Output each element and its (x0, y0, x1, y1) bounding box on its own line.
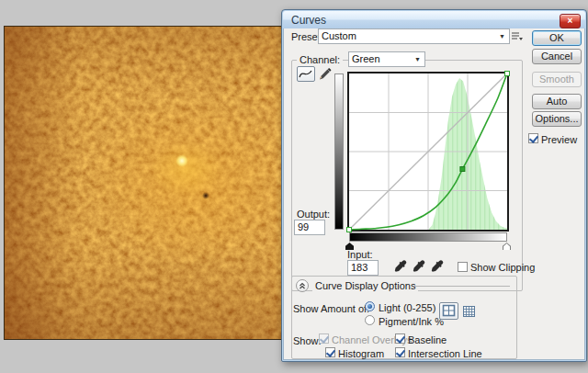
channel-overlays-checkbox (319, 333, 329, 344)
input-label: Input: (347, 249, 373, 260)
baseline-label: Baseline (408, 334, 447, 345)
chevron-down-icon: ▼ (414, 56, 421, 63)
white-point-slider[interactable] (503, 243, 511, 250)
intersection-line-label: Intersection Line (408, 348, 482, 359)
channel-value: Green (352, 53, 380, 64)
eyedropper-icon (430, 259, 445, 274)
curve-point[interactable] (505, 72, 510, 76)
input-gradient-bar (349, 232, 507, 242)
options-button[interactable]: Options... (532, 111, 582, 127)
channel-label: Channel: (297, 54, 343, 65)
fine-grid-icon (462, 305, 476, 318)
preview-checkbox[interactable] (528, 133, 538, 143)
curves-dialog: Curves × Preset: Custom ▼ OK Cancel Smoo… (281, 9, 587, 362)
edit-points-tool-button[interactable] (297, 66, 315, 82)
preset-options-menu-icon[interactable] (511, 30, 524, 42)
header-rule (414, 286, 510, 287)
dialog-titlebar[interactable]: Curves × (283, 11, 585, 28)
chevron-up-icon (297, 280, 308, 291)
show-clipping-label: Show Clipping (470, 262, 535, 273)
detailed-grid-button[interactable] (462, 305, 476, 318)
close-icon: × (568, 16, 573, 26)
solar-image (4, 26, 284, 340)
smooth-button: Smooth (532, 72, 582, 87)
eyedropper-icon (393, 259, 408, 274)
curve-point-selected[interactable] (460, 167, 465, 172)
intersection-line-checkbox[interactable] (395, 347, 405, 357)
curve-mode-icon (298, 67, 314, 81)
channel-dropdown[interactable]: Green ▼ (348, 51, 425, 67)
light-radio[interactable] (365, 301, 375, 311)
preview-label: Preview (541, 134, 577, 145)
pigment-radio[interactable] (365, 315, 375, 325)
close-button[interactable]: × (560, 14, 581, 28)
curve-plot-svg (349, 73, 507, 230)
black-point-eyedropper-button[interactable] (393, 259, 408, 274)
pencil-tool-button[interactable] (318, 67, 334, 82)
chevron-down-icon: ▼ (499, 33, 505, 40)
output-field[interactable]: 99 (294, 220, 325, 235)
auto-button[interactable]: Auto (532, 94, 582, 109)
light-radio-label: Light (0-255) (379, 302, 435, 313)
dialog-title: Curves (291, 14, 326, 27)
gray-point-eyedropper-button[interactable] (412, 259, 426, 274)
eyedropper-icon (412, 259, 426, 274)
show-amount-label: Show Amount of: (293, 303, 369, 314)
pencil-icon (318, 67, 333, 81)
baseline-checkbox[interactable] (395, 333, 405, 344)
output-gradient-bar (334, 73, 344, 230)
histogram-label: Histogram (338, 348, 384, 359)
show-clipping-checkbox[interactable] (458, 262, 468, 272)
simple-grid-button[interactable] (439, 302, 458, 320)
curve-point[interactable] (347, 228, 352, 232)
white-point-eyedropper-button[interactable] (430, 259, 445, 274)
preset-dropdown[interactable]: Custom ▼ (318, 28, 510, 44)
preset-value: Custom (322, 30, 356, 41)
collapse-options-button[interactable] (296, 279, 309, 292)
show-label: Show: (293, 335, 322, 346)
output-label: Output: (297, 209, 330, 220)
curve-display-options-header: Curve Display Options (312, 280, 418, 291)
histogram-checkbox[interactable] (325, 347, 335, 357)
input-field[interactable]: 183 (347, 260, 379, 276)
cancel-button[interactable]: Cancel (532, 49, 582, 64)
solar-highlight-overlay (5, 27, 283, 339)
quarter-grid-icon (440, 303, 458, 319)
curve-plot[interactable] (347, 72, 509, 232)
ok-button[interactable]: OK (532, 30, 582, 46)
pigment-radio-label: Pigment/Ink % (379, 316, 444, 327)
